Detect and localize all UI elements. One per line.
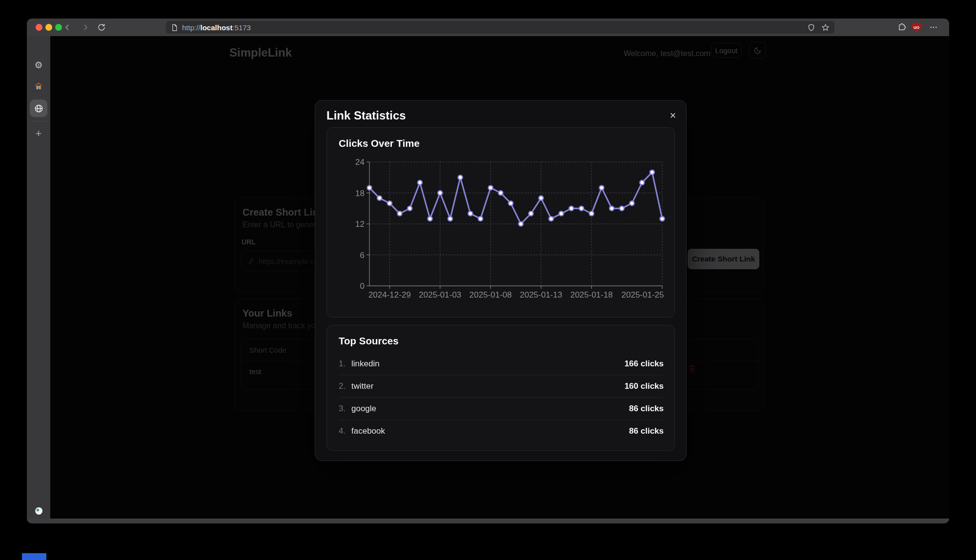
source-rank: 3. xyxy=(339,404,351,414)
address-bar[interactable]: http://localhost:5173 xyxy=(166,21,834,34)
clicks-chart: 061218242024-12-292025-01-032025-01-0820… xyxy=(338,155,670,301)
chevron-left-icon xyxy=(63,23,71,31)
forward-button[interactable] xyxy=(79,21,92,34)
puzzle-icon xyxy=(897,23,906,32)
source-name: linkedin xyxy=(351,359,625,369)
page-viewport: SimpleLink Welcome, test@test.com Logout… xyxy=(50,36,949,519)
page-icon xyxy=(171,24,178,31)
dock-item-blue[interactable] xyxy=(22,553,46,560)
top-sources-card: Top Sources 1. linkedin 166 clicks 2. tw… xyxy=(326,325,675,451)
chevron-right-icon xyxy=(81,23,89,31)
bookmark-star-icon[interactable] xyxy=(821,23,830,32)
url-text: http://localhost:5173 xyxy=(182,23,251,32)
home-tab[interactable] xyxy=(30,78,47,95)
close-window-button[interactable] xyxy=(36,24,42,31)
svg-text:18: 18 xyxy=(355,189,365,198)
source-row: 2. twitter 160 clicks xyxy=(339,375,664,398)
source-row: 3. google 86 clicks xyxy=(339,398,664,420)
plus-icon: + xyxy=(36,127,42,140)
source-rank: 4. xyxy=(339,426,351,436)
svg-text:6: 6 xyxy=(360,251,365,260)
more-menu-button[interactable] xyxy=(927,21,940,34)
source-clicks: 166 clicks xyxy=(625,359,664,369)
svg-text:2024-12-29: 2024-12-29 xyxy=(368,290,411,300)
source-row: 1. linkedin 166 clicks xyxy=(339,353,664,375)
source-name: google xyxy=(351,404,629,414)
link-statistics-modal: Link Statistics × Clicks Over Time 06121… xyxy=(315,100,687,461)
svg-text:2025-01-03: 2025-01-03 xyxy=(419,290,461,300)
ellipsis-icon xyxy=(929,23,938,32)
sources-list: 1. linkedin 166 clicks 2. twitter 160 cl… xyxy=(339,353,664,442)
source-rank: 2. xyxy=(339,381,351,391)
sources-title: Top Sources xyxy=(339,335,399,347)
extensions-button[interactable] xyxy=(895,21,908,34)
source-clicks: 160 clicks xyxy=(625,381,664,391)
profile-space-button[interactable] xyxy=(30,502,47,520)
source-rank: 1. xyxy=(339,359,351,369)
tracking-shield-icon[interactable] xyxy=(807,23,815,32)
source-clicks: 86 clicks xyxy=(629,426,664,436)
settings-tab[interactable]: ⚙ xyxy=(30,56,47,74)
sidebar-divider xyxy=(31,121,46,121)
svg-text:2025-01-13: 2025-01-13 xyxy=(520,290,562,300)
svg-text:12: 12 xyxy=(355,220,365,229)
chart-title: Clicks Over Time xyxy=(339,138,420,149)
close-icon: × xyxy=(670,109,676,122)
svg-text:24: 24 xyxy=(355,158,365,167)
source-name: twitter xyxy=(351,381,625,391)
source-row: 4. facebook 86 clicks xyxy=(339,420,664,442)
reload-icon xyxy=(97,23,106,32)
browser-sidebar: ⚙ + xyxy=(27,36,50,519)
svg-text:0: 0 xyxy=(360,281,365,291)
minimize-window-button[interactable] xyxy=(45,24,52,31)
drop-pin-icon xyxy=(34,506,43,516)
window-bottom-edge xyxy=(27,519,949,523)
globe-icon xyxy=(34,104,43,113)
browser-window: http://localhost:5173 UO xyxy=(27,19,949,523)
screen: http://localhost:5173 UO xyxy=(0,0,976,560)
new-tab-button[interactable]: + xyxy=(30,125,47,142)
source-clicks: 86 clicks xyxy=(629,404,664,414)
modal-title: Link Statistics xyxy=(326,109,406,122)
svg-text:2025-01-18: 2025-01-18 xyxy=(570,290,613,300)
gear-icon: ⚙ xyxy=(34,60,42,71)
browser-titlebar: http://localhost:5173 UO xyxy=(27,19,949,36)
clicks-over-time-card: Clicks Over Time 061218242024-12-292025-… xyxy=(326,127,675,318)
reload-button[interactable] xyxy=(95,21,108,34)
back-button[interactable] xyxy=(61,21,74,34)
home-icon xyxy=(34,82,43,91)
ublock-badge-icon[interactable]: UO xyxy=(912,22,921,32)
svg-text:2025-01-08: 2025-01-08 xyxy=(469,290,512,300)
source-name: facebook xyxy=(351,426,629,436)
close-modal-button[interactable]: × xyxy=(666,108,680,123)
active-tab-simplelink[interactable] xyxy=(30,100,47,117)
svg-text:2025-01-25: 2025-01-25 xyxy=(622,290,664,300)
